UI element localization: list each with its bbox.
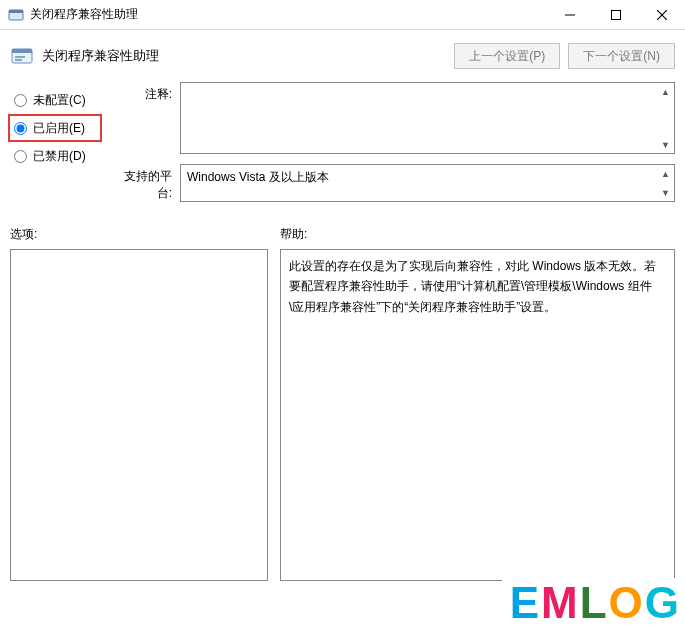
options-pane (10, 249, 268, 581)
window-title: 关闭程序兼容性助理 (30, 6, 138, 23)
scroll-down-icon[interactable]: ▼ (657, 136, 674, 153)
radio-enabled[interactable]: 已启用(E) (10, 114, 100, 142)
help-label: 帮助: (280, 226, 307, 243)
radio-disabled-label: 已禁用(D) (33, 148, 86, 165)
options-label: 选项: (10, 226, 280, 243)
svg-rect-7 (12, 49, 32, 53)
svg-rect-9 (15, 59, 22, 61)
help-text: 此设置的存在仅是为了实现后向兼容性，对此 Windows 版本无效。若要配置程序… (289, 259, 656, 314)
watermark-logo: EMLOG (502, 578, 681, 628)
radio-not-configured-label: 未配置(C) (33, 92, 86, 109)
svg-rect-1 (9, 10, 23, 13)
comment-label: 注释: (110, 82, 180, 103)
scroll-up-icon[interactable]: ▲ (657, 83, 674, 100)
platform-textbox: Windows Vista 及以上版本 ▲ ▼ (180, 164, 675, 202)
radio-disabled[interactable]: 已禁用(D) (10, 142, 100, 170)
svg-rect-3 (612, 10, 621, 19)
scroll-down-icon[interactable]: ▼ (657, 184, 674, 201)
platform-label: 支持的平台: (110, 164, 180, 202)
config-radio-group: 未配置(C) 已启用(E) 已禁用(D) (10, 82, 100, 212)
minimize-button[interactable] (547, 0, 593, 30)
app-icon (8, 7, 24, 23)
radio-not-configured-input[interactable] (14, 94, 27, 107)
help-pane: 此设置的存在仅是为了实现后向兼容性，对此 Windows 版本无效。若要配置程序… (280, 249, 675, 581)
next-setting-button[interactable]: 下一个设置(N) (568, 43, 675, 69)
policy-icon (10, 44, 34, 68)
maximize-button[interactable] (593, 0, 639, 30)
comment-scroll: ▲ ▼ (657, 83, 674, 153)
page-title: 关闭程序兼容性助理 (42, 47, 159, 65)
platform-scroll: ▲ ▼ (657, 165, 674, 201)
comment-textbox[interactable]: ▲ ▼ (180, 82, 675, 154)
radio-enabled-label: 已启用(E) (33, 120, 85, 137)
titlebar: 关闭程序兼容性助理 (0, 0, 685, 30)
radio-not-configured[interactable]: 未配置(C) (10, 86, 100, 114)
radio-disabled-input[interactable] (14, 150, 27, 163)
close-button[interactable] (639, 0, 685, 30)
prev-setting-button[interactable]: 上一个设置(P) (454, 43, 560, 69)
header-row: 关闭程序兼容性助理 上一个设置(P) 下一个设置(N) (10, 40, 675, 72)
scroll-up-icon[interactable]: ▲ (657, 165, 674, 182)
radio-enabled-input[interactable] (14, 122, 27, 135)
svg-rect-8 (15, 56, 25, 58)
platform-value: Windows Vista 及以上版本 (187, 170, 329, 184)
